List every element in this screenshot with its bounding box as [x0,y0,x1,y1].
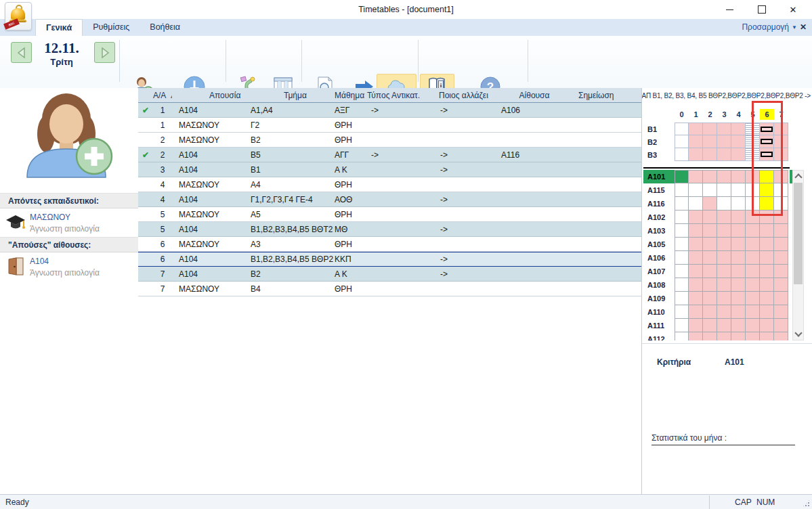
table-row[interactable]: 4ΜΑΣΩΝΟΥΑ4ΘΡΗ [138,177,641,192]
grid-cell[interactable] [689,238,703,251]
grid-cell[interactable] [689,183,703,197]
grid-cell[interactable] [746,251,760,265]
grid-cell[interactable] [731,332,746,340]
teacher-avatar[interactable] [18,92,119,179]
table-row[interactable]: 5ΜΑΣΩΝΟΥΑ5ΘΡΗ [138,207,641,222]
close-ribbon-icon[interactable]: ✕ [800,22,807,32]
grid-cell[interactable] [675,238,689,251]
grid-cell[interactable] [703,183,717,197]
grid-cell[interactable] [703,123,717,135]
hour-header[interactable]: 0 [675,109,689,120]
grid-cell[interactable] [760,224,774,238]
grid-cell[interactable] [675,148,689,161]
grid-cell[interactable] [760,332,774,340]
grid-cell[interactable] [675,123,689,135]
grid-cell[interactable] [717,211,731,224]
grid-cell[interactable] [731,292,746,305]
grid-cell[interactable] [675,278,689,292]
grid-cell[interactable] [731,251,746,265]
grid-cell[interactable] [689,123,703,135]
grid-cell[interactable] [774,224,788,238]
table-row[interactable]: 4Α104Γ1,Γ2,Γ3,Γ4 ΓΕ-4ΑΟΘ-> [138,192,641,207]
grid-cell[interactable] [760,238,774,251]
hour-header[interactable]: 4 [731,109,746,120]
grid-cell[interactable] [746,278,760,292]
grid-cell[interactable] [774,278,788,292]
column-header[interactable]: Μάθημα [333,91,367,100]
column-header[interactable]: Απουσία [172,91,247,100]
grid-cell[interactable] [746,292,760,305]
customize-label[interactable]: Προσαρμογή [742,22,789,32]
previous-day-button[interactable] [11,42,32,63]
grid-cell[interactable] [689,319,703,332]
grid-cell[interactable] [703,238,717,251]
table-row[interactable]: 7ΜΑΣΩΝΟΥΒ4ΘΡΗ [138,282,641,296]
column-header[interactable]: Αίθουσα [497,91,572,100]
grid-cell[interactable] [731,135,746,148]
table-row[interactable]: 1ΜΑΣΩΝΟΥΓ2ΘΡΗ [138,118,641,133]
grid-cell[interactable] [689,292,703,305]
tab-Ρυθμίσεις[interactable]: Ρυθμίσεις [83,19,140,36]
grid-cell[interactable] [717,238,731,251]
table-row[interactable]: 2ΜΑΣΩΝΟΥΒ2ΘΡΗ [138,133,641,148]
grid-cell[interactable] [675,332,689,340]
grid-cell[interactable] [675,224,689,238]
grid-cell[interactable] [731,278,746,292]
column-header[interactable]: Ποιος αλλάζει [437,91,497,100]
asc-bell-logo[interactable]: asc [5,2,32,30]
grid-cell[interactable] [774,251,788,265]
tab-Γενικά[interactable]: Γενικά [35,19,83,37]
grid-cell[interactable] [675,251,689,265]
grid-cell[interactable] [717,319,731,332]
grid-cell[interactable] [731,170,746,183]
column-header[interactable]: Τμήμα▲ [247,91,333,100]
room-grid-scrollbar[interactable] [792,170,804,340]
grid-cell[interactable] [675,135,689,148]
grid-cell[interactable] [703,319,717,332]
grid-cell[interactable] [760,319,774,332]
grid-cell[interactable] [746,265,760,278]
hour-header[interactable]: 2 [703,109,717,120]
grid-cell[interactable] [703,292,717,305]
grid-cell[interactable] [760,278,774,292]
grid-cell[interactable] [703,278,717,292]
table-row[interactable]: 7Α104Β2Α Κ-> [138,267,641,282]
customize-control[interactable]: Προσαρμογή ▼ ✕ [742,22,807,32]
grid-cell[interactable] [746,224,760,238]
table-row[interactable]: ✔2Α104Β5ΑΓΓ->->Α116 [138,148,641,162]
resize-grip[interactable] [802,499,811,508]
minimize-button[interactable] [714,0,744,19]
grid-cell[interactable] [703,332,717,340]
grid-cell[interactable] [675,265,689,278]
grid-cell[interactable] [717,292,731,305]
grid-cell[interactable] [717,224,731,238]
table-row[interactable]: 6ΜΑΣΩΝΟΥΑ3ΘΡΗ [138,237,641,252]
hour-header[interactable]: 3 [717,109,731,120]
hour-header[interactable]: 1 [689,109,703,120]
grid-cell[interactable] [675,197,689,211]
grid-cell[interactable] [703,148,717,161]
grid-cell[interactable] [675,319,689,332]
grid-cell[interactable] [746,332,760,340]
grid-cell[interactable] [774,305,788,319]
grid-cell[interactable] [717,148,731,161]
grid-cell[interactable] [703,305,717,319]
grid-cell[interactable] [774,319,788,332]
grid-cell[interactable] [689,135,703,148]
grid-cell[interactable] [746,305,760,319]
grid-cell[interactable] [717,305,731,319]
grid-cell[interactable] [689,170,703,183]
grid-cell[interactable] [675,211,689,224]
grid-cell[interactable] [731,265,746,278]
table-row[interactable]: 6Α104Β1,Β2,Β3,Β4,Β5 ΒΘΡ2ΚΚΠ-> [138,252,641,267]
column-header[interactable]: Α/Α▲ [153,91,172,100]
grid-cell[interactable] [703,170,717,183]
grid-cell[interactable] [703,265,717,278]
grid-cell[interactable] [731,319,746,332]
grid-cell[interactable] [731,238,746,251]
grid-cell[interactable] [774,332,788,340]
grid-cell[interactable] [731,305,746,319]
grid-cell[interactable] [760,305,774,319]
grid-cell[interactable] [703,224,717,238]
grid-cell[interactable] [731,123,746,135]
